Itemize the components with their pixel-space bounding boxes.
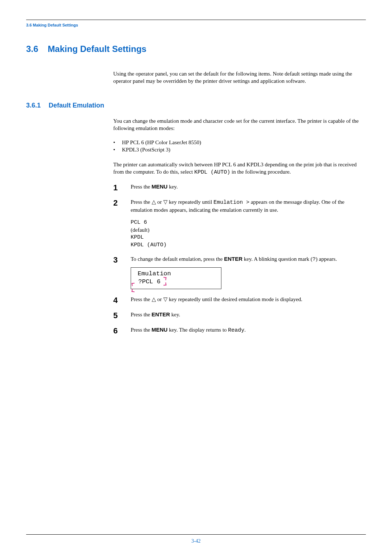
footer-rule (26, 534, 366, 535)
text-run: (default) (131, 227, 150, 233)
text-run: . (244, 327, 246, 333)
step-body: Press the MENU key. (131, 183, 366, 191)
step-number-icon: 3 (113, 256, 121, 264)
step-2: 2 Press the △ or ▽ key repeatedly until … (113, 198, 366, 249)
text-run: key. (168, 184, 178, 190)
step-number-icon: 2 (113, 199, 121, 207)
bullet-dot-icon: • (113, 146, 115, 154)
option-line: PCL 6 (default) (131, 219, 366, 234)
step-3: 3 To change the default emulation, press… (113, 255, 366, 289)
step-5: 5 Press the ENTER key. (113, 311, 366, 320)
step-6: 6 Press the MENU key. The display return… (113, 326, 366, 335)
inline-code: ? (313, 256, 316, 263)
text-run: key. A blinking question mark ( (242, 256, 313, 262)
bullet-list: • HP PCL 6 (HP Color LaserJet 8550) • KP… (113, 139, 366, 154)
step-body: Press the ENTER key. (131, 311, 366, 319)
up-triangle-icon: △ (152, 199, 156, 205)
list-item: • HP PCL 6 (HP Color LaserJet 8550) (113, 139, 366, 146)
ordered-steps: 1 Press the MENU key. 2 Press the △ or ▽… (113, 183, 366, 335)
text-run: key. The display returns to (168, 327, 228, 333)
inline-code: KPDL (131, 234, 366, 242)
section-number: 3.6 (26, 44, 38, 54)
running-header: 3.6 Making Default Settings (26, 23, 366, 27)
step-body: Press the △ or ▽ key repeatedly until Em… (131, 198, 366, 249)
text-run: ) appears. (316, 256, 337, 262)
paragraph-2: The printer can automatically switch bet… (113, 161, 366, 177)
text-run: Press the (131, 199, 152, 205)
printer-display-box: Emulation ?PCL 6 (131, 267, 221, 289)
step-1: 1 Press the MENU key. (113, 183, 366, 192)
text-run: Press the (131, 296, 152, 302)
text-run: key repeatedly until (168, 199, 214, 205)
step-body: Press the △ or ▽ key repeatedly until th… (131, 296, 366, 303)
section-title: Making Default Settings (48, 44, 146, 54)
key-name: ENTER (224, 256, 242, 262)
display-line: Emulation (138, 270, 171, 277)
header-rule (26, 20, 366, 20)
key-name: ENTER (152, 311, 170, 317)
down-triangle-icon: ▽ (163, 296, 168, 302)
list-item: • KPDL3 (PostScript 3) (113, 146, 366, 154)
subsection-heading: 3.6.1 Default Emulation (26, 102, 366, 109)
subsection-title: Default Emulation (49, 102, 104, 109)
inline-code: KPDL (AUTO) (194, 169, 230, 175)
inline-code: KPDL (AUTO) (131, 242, 366, 249)
key-name: MENU (152, 183, 168, 190)
paragraph-1: You can change the emulation mode and ch… (113, 117, 366, 132)
step-number-icon: 1 (113, 184, 121, 192)
inline-code: PCL 6 (131, 219, 366, 227)
up-triangle-icon: △ (152, 296, 156, 302)
step-number-icon: 4 (113, 296, 121, 304)
page-number: 3-42 (0, 538, 392, 544)
step-number-icon: 6 (113, 327, 121, 335)
section-heading: 3.6 Making Default Settings (26, 44, 366, 54)
text-run: or (156, 296, 163, 302)
bullet-dot-icon: • (113, 139, 115, 146)
bullet-text: KPDL3 (PostScript 3) (122, 146, 170, 154)
intro-paragraph: Using the operator panel, you can set th… (113, 70, 366, 85)
text-run: or (156, 199, 163, 205)
display-line: ?PCL 6 (138, 278, 160, 285)
step-body: To change the default emulation, press t… (131, 255, 366, 289)
step-4: 4 Press the △ or ▽ key repeatedly until … (113, 296, 366, 304)
key-name: MENU (152, 327, 168, 333)
step-number-icon: 5 (113, 312, 121, 320)
text-run: Press the (131, 327, 152, 333)
emulation-options: PCL 6 (default) KPDL KPDL (AUTO) (131, 219, 366, 249)
bullet-text: HP PCL 6 (HP Color LaserJet 8550) (122, 139, 201, 146)
inline-code: Ready (228, 327, 244, 333)
text-run: key repeatedly until the desired emulati… (168, 296, 303, 302)
text-run: To change the default emulation, press t… (131, 256, 224, 262)
down-triangle-icon: ▽ (163, 199, 168, 205)
text-run: in the following procedure. (230, 169, 291, 175)
text-run: Press the (131, 312, 152, 317)
text-run: Press the (131, 184, 152, 190)
inline-code: Emulation > (213, 199, 249, 206)
subsection-number: 3.6.1 (26, 102, 41, 109)
step-body: Press the MENU key. The display returns … (131, 326, 366, 335)
text-run: key. (170, 312, 180, 317)
